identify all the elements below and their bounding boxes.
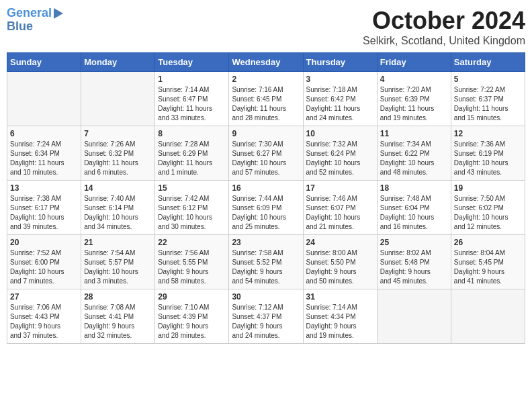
- day-number: 15: [158, 183, 226, 193]
- day-info: Sunrise: 7:56 AM Sunset: 5:55 PM Dayligh…: [158, 248, 226, 286]
- day-info: Sunrise: 7:40 AM Sunset: 6:14 PM Dayligh…: [84, 194, 152, 232]
- calendar-cell: 17Sunrise: 7:46 AM Sunset: 6:07 PM Dayli…: [303, 181, 377, 235]
- calendar-cell: 28Sunrise: 7:08 AM Sunset: 4:41 PM Dayli…: [81, 289, 155, 344]
- day-info: Sunrise: 7:32 AM Sunset: 6:24 PM Dayligh…: [306, 140, 374, 177]
- month-title: October 2024: [363, 7, 525, 35]
- day-info: Sunrise: 8:02 AM Sunset: 5:48 PM Dayligh…: [380, 248, 448, 286]
- day-info: Sunrise: 7:24 AM Sunset: 6:34 PM Dayligh…: [10, 140, 78, 177]
- day-info: Sunrise: 7:46 AM Sunset: 6:07 PM Dayligh…: [306, 194, 374, 232]
- day-number: 10: [306, 129, 374, 138]
- day-info: Sunrise: 7:52 AM Sunset: 6:00 PM Dayligh…: [10, 248, 78, 286]
- day-info: Sunrise: 7:06 AM Sunset: 4:43 PM Dayligh…: [10, 303, 78, 340]
- calendar-cell: 10Sunrise: 7:32 AM Sunset: 6:24 PM Dayli…: [303, 126, 377, 181]
- calendar-cell: 27Sunrise: 7:06 AM Sunset: 4:43 PM Dayli…: [7, 289, 81, 344]
- day-number: 22: [158, 238, 226, 247]
- calendar-week-3: 13Sunrise: 7:38 AM Sunset: 6:17 PM Dayli…: [7, 181, 525, 235]
- day-info: Sunrise: 7:08 AM Sunset: 4:41 PM Dayligh…: [84, 303, 152, 340]
- calendar-cell: 1Sunrise: 7:14 AM Sunset: 6:47 PM Daylig…: [155, 72, 229, 126]
- day-number: 3: [306, 75, 374, 84]
- calendar-header: SundayMondayTuesdayWednesdayThursdayFrid…: [7, 53, 525, 72]
- day-info: Sunrise: 7:28 AM Sunset: 6:29 PM Dayligh…: [158, 140, 226, 177]
- day-number: 28: [84, 292, 152, 302]
- calendar-week-1: 1Sunrise: 7:14 AM Sunset: 6:47 PM Daylig…: [7, 72, 525, 126]
- calendar-cell: 7Sunrise: 7:26 AM Sunset: 6:32 PM Daylig…: [81, 126, 155, 181]
- calendar-cell: 14Sunrise: 7:40 AM Sunset: 6:14 PM Dayli…: [81, 181, 155, 235]
- day-number: 11: [380, 129, 448, 138]
- calendar-cell: 23Sunrise: 7:58 AM Sunset: 5:52 PM Dayli…: [229, 235, 303, 289]
- day-number: 13: [10, 183, 78, 193]
- day-info: Sunrise: 7:10 AM Sunset: 4:39 PM Dayligh…: [158, 303, 226, 340]
- calendar-cell: 15Sunrise: 7:42 AM Sunset: 6:12 PM Dayli…: [155, 181, 229, 235]
- day-number: 4: [380, 75, 448, 84]
- day-info: Sunrise: 7:42 AM Sunset: 6:12 PM Dayligh…: [158, 194, 226, 232]
- header-day-tuesday: Tuesday: [155, 53, 229, 72]
- calendar-cell: [81, 72, 155, 126]
- day-info: Sunrise: 7:16 AM Sunset: 6:45 PM Dayligh…: [232, 85, 300, 123]
- day-number: 5: [454, 75, 522, 84]
- calendar-cell: 5Sunrise: 7:22 AM Sunset: 6:37 PM Daylig…: [451, 72, 525, 126]
- day-info: Sunrise: 8:04 AM Sunset: 5:45 PM Dayligh…: [454, 248, 522, 286]
- location-title: Selkirk, Scotland, United Kingdom: [363, 35, 525, 47]
- calendar-cell: 31Sunrise: 7:14 AM Sunset: 4:34 PM Dayli…: [303, 289, 377, 344]
- calendar-cell: 4Sunrise: 7:20 AM Sunset: 6:39 PM Daylig…: [377, 72, 451, 126]
- day-info: Sunrise: 7:26 AM Sunset: 6:32 PM Dayligh…: [84, 140, 152, 177]
- day-number: 17: [306, 183, 374, 193]
- header-day-wednesday: Wednesday: [229, 53, 303, 72]
- calendar-cell: 30Sunrise: 7:12 AM Sunset: 4:37 PM Dayli…: [229, 289, 303, 344]
- day-info: Sunrise: 7:22 AM Sunset: 6:37 PM Dayligh…: [454, 85, 522, 123]
- calendar-cell: 6Sunrise: 7:24 AM Sunset: 6:34 PM Daylig…: [7, 126, 81, 181]
- calendar-cell: 3Sunrise: 7:18 AM Sunset: 6:42 PM Daylig…: [303, 72, 377, 126]
- calendar-week-4: 20Sunrise: 7:52 AM Sunset: 6:00 PM Dayli…: [7, 235, 525, 289]
- day-number: 21: [84, 238, 152, 247]
- day-number: 8: [158, 129, 226, 138]
- calendar-cell: 9Sunrise: 7:30 AM Sunset: 6:27 PM Daylig…: [229, 126, 303, 181]
- calendar-cell: [451, 289, 525, 344]
- day-number: 20: [10, 238, 78, 247]
- day-number: 30: [232, 292, 300, 302]
- day-info: Sunrise: 7:36 AM Sunset: 6:19 PM Dayligh…: [454, 140, 522, 177]
- day-info: Sunrise: 7:20 AM Sunset: 6:39 PM Dayligh…: [380, 85, 448, 123]
- calendar-cell: 11Sunrise: 7:34 AM Sunset: 6:22 PM Dayli…: [377, 126, 451, 181]
- header-day-friday: Friday: [377, 53, 451, 72]
- calendar-week-2: 6Sunrise: 7:24 AM Sunset: 6:34 PM Daylig…: [7, 126, 525, 181]
- calendar-cell: 19Sunrise: 7:50 AM Sunset: 6:02 PM Dayli…: [451, 181, 525, 235]
- day-number: 29: [158, 292, 226, 302]
- calendar-cell: 18Sunrise: 7:48 AM Sunset: 6:04 PM Dayli…: [377, 181, 451, 235]
- day-info: Sunrise: 7:14 AM Sunset: 4:34 PM Dayligh…: [306, 303, 374, 340]
- header-day-monday: Monday: [81, 53, 155, 72]
- day-info: Sunrise: 7:44 AM Sunset: 6:09 PM Dayligh…: [232, 194, 300, 232]
- day-info: Sunrise: 7:34 AM Sunset: 6:22 PM Dayligh…: [380, 140, 448, 177]
- day-number: 23: [232, 238, 300, 247]
- header-day-thursday: Thursday: [303, 53, 377, 72]
- day-number: 31: [306, 292, 374, 302]
- calendar-cell: 24Sunrise: 8:00 AM Sunset: 5:50 PM Dayli…: [303, 235, 377, 289]
- day-number: 2: [232, 75, 300, 84]
- page-header: General Blue October 2024 Selkirk, Scotl…: [7, 7, 525, 47]
- day-number: 25: [380, 238, 448, 247]
- calendar-cell: 8Sunrise: 7:28 AM Sunset: 6:29 PM Daylig…: [155, 126, 229, 181]
- logo-text-line1: General: [7, 7, 52, 20]
- day-number: 1: [158, 75, 226, 84]
- calendar-cell: 26Sunrise: 8:04 AM Sunset: 5:45 PM Dayli…: [451, 235, 525, 289]
- day-number: 24: [306, 238, 374, 247]
- calendar-table: SundayMondayTuesdayWednesdayThursdayFrid…: [7, 52, 525, 344]
- day-info: Sunrise: 7:12 AM Sunset: 4:37 PM Dayligh…: [232, 303, 300, 340]
- day-number: 16: [232, 183, 300, 193]
- day-number: 12: [454, 129, 522, 138]
- calendar-cell: 20Sunrise: 7:52 AM Sunset: 6:00 PM Dayli…: [7, 235, 81, 289]
- calendar-cell: [377, 289, 451, 344]
- day-info: Sunrise: 7:14 AM Sunset: 6:47 PM Dayligh…: [158, 85, 226, 123]
- day-number: 7: [84, 129, 152, 138]
- day-number: 18: [380, 183, 448, 193]
- day-info: Sunrise: 7:38 AM Sunset: 6:17 PM Dayligh…: [10, 194, 78, 232]
- logo-text-line2: Blue: [7, 20, 33, 34]
- calendar-cell: 29Sunrise: 7:10 AM Sunset: 4:39 PM Dayli…: [155, 289, 229, 344]
- calendar-week-5: 27Sunrise: 7:06 AM Sunset: 4:43 PM Dayli…: [7, 289, 525, 344]
- calendar-cell: 25Sunrise: 8:02 AM Sunset: 5:48 PM Dayli…: [377, 235, 451, 289]
- day-number: 6: [10, 129, 78, 138]
- calendar-body: 1Sunrise: 7:14 AM Sunset: 6:47 PM Daylig…: [7, 72, 525, 344]
- title-section: October 2024 Selkirk, Scotland, United K…: [363, 7, 525, 47]
- day-info: Sunrise: 7:50 AM Sunset: 6:02 PM Dayligh…: [454, 194, 522, 232]
- day-number: 9: [232, 129, 300, 138]
- day-number: 26: [454, 238, 522, 247]
